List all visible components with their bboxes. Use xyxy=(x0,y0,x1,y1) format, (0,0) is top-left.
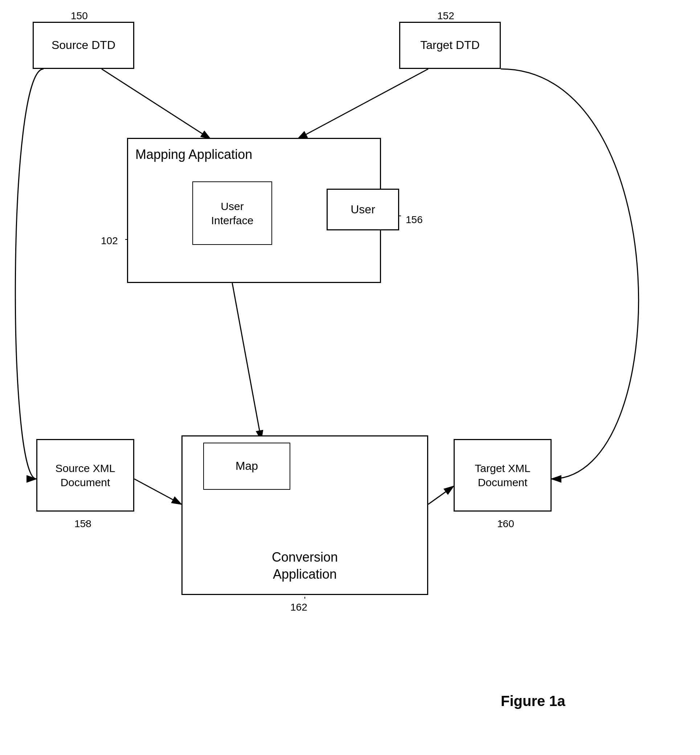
svg-line-5 xyxy=(232,283,261,440)
user-label: User xyxy=(350,202,375,217)
mapping-app-label: Mapping Application xyxy=(135,146,252,163)
source-dtd-box: Source DTD xyxy=(33,22,134,69)
svg-line-6 xyxy=(134,479,181,504)
map-label: Map xyxy=(236,459,258,474)
target-xml-label: Target XMLDocument xyxy=(475,461,530,490)
arrows-svg xyxy=(0,0,700,755)
label-158: 158 xyxy=(74,518,91,530)
label-162: 162 xyxy=(290,602,307,613)
source-xml-box: Source XMLDocument xyxy=(36,439,134,512)
target-dtd-label: Target DTD xyxy=(420,38,480,53)
label-160: 160 xyxy=(497,518,514,530)
diagram: Source DTD Target DTD Mapping Applicatio… xyxy=(0,0,700,755)
target-dtd-box: Target DTD xyxy=(399,22,501,69)
source-dtd-label: Source DTD xyxy=(52,38,116,53)
user-interface-box: UserInterface xyxy=(192,181,272,245)
label-152: 152 xyxy=(437,10,454,22)
map-box: Map xyxy=(203,443,290,490)
svg-line-3 xyxy=(298,69,428,139)
source-xml-label: Source XMLDocument xyxy=(55,461,115,490)
user-interface-label: UserInterface xyxy=(211,199,254,228)
svg-line-7 xyxy=(428,486,454,504)
label-156: 156 xyxy=(406,214,423,226)
conversion-app-label: ConversionApplication xyxy=(272,549,338,583)
target-xml-box: Target XMLDocument xyxy=(454,439,552,512)
svg-line-2 xyxy=(102,69,211,139)
label-102: 102 xyxy=(101,235,118,247)
label-150: 150 xyxy=(71,10,88,22)
user-box: User xyxy=(327,189,399,230)
